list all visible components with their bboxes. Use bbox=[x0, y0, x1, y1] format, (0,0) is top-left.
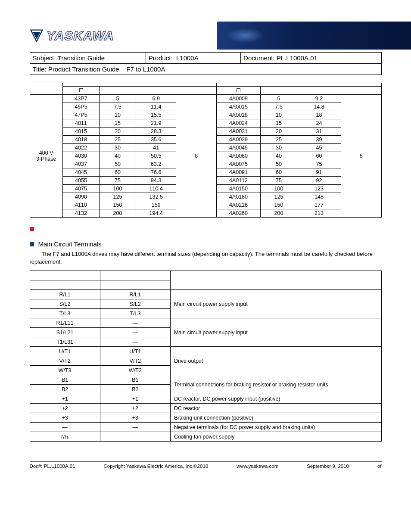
table-cell: 200 bbox=[100, 209, 136, 218]
terminal-desc: Drive output bbox=[170, 347, 381, 375]
section-para-text: The F7 and L1000A drives may have differ… bbox=[30, 251, 373, 265]
table-cell: 4055 bbox=[63, 177, 100, 185]
terminals-table: R/L1R/L1Main circuit power supply inputS… bbox=[30, 271, 382, 442]
table-cell: 4030 bbox=[63, 152, 100, 160]
table-cell: 4A0031 bbox=[216, 128, 260, 136]
table-cell: 15 bbox=[260, 119, 297, 128]
ratings-table: 400 V3-Phase43P756.984A000959.2845P57.51… bbox=[30, 83, 382, 218]
table-cell: 150 bbox=[100, 201, 136, 209]
table-cell: 4A0018 bbox=[216, 111, 260, 119]
terminal-f7: T1/L31 bbox=[30, 337, 100, 347]
table-cell: 60 bbox=[297, 152, 341, 160]
table-cell: 76.6 bbox=[136, 168, 176, 177]
table-cell: 31 bbox=[297, 128, 341, 136]
voltage-class-cell: 400 V3-Phase bbox=[30, 95, 63, 218]
table-cell: 43P7 bbox=[63, 95, 100, 103]
terminal-desc: Main circuit power supply input bbox=[170, 318, 381, 347]
terminal-f7: r/ℓ₁ bbox=[30, 432, 100, 442]
terminal-f7: S1/L21 bbox=[30, 328, 100, 337]
table-cell: 4011 bbox=[63, 119, 100, 128]
table-cell: 60 bbox=[260, 168, 297, 177]
terminal-l1000a: T/L3 bbox=[100, 309, 170, 318]
terminal-f7: R1/L11 bbox=[30, 318, 100, 328]
table-cell: 177 bbox=[297, 201, 341, 209]
table-cell: 21.9 bbox=[136, 119, 176, 128]
table-cell: 200 bbox=[260, 209, 297, 218]
table-cell: 4A0024 bbox=[216, 119, 260, 128]
table-cell: 7.5 bbox=[100, 103, 136, 111]
table-cell: 91 bbox=[297, 168, 341, 177]
terminal-desc: Cooling fan power supply bbox=[170, 432, 381, 442]
ol-cell: 8 bbox=[176, 95, 216, 218]
terminal-f7: B2 bbox=[30, 385, 100, 394]
table-cell: 4018 bbox=[63, 136, 100, 144]
table-cell: 50 bbox=[260, 160, 297, 168]
table-cell: 7.5 bbox=[260, 103, 297, 111]
table-cell: 24 bbox=[297, 119, 341, 128]
footer: Doc#: PL.L1000A.01 Copyright Yaskawa Ele… bbox=[30, 461, 382, 469]
table-cell: 4A0150 bbox=[216, 185, 260, 193]
table-cell: 4075 bbox=[63, 185, 100, 193]
table-cell: 159 bbox=[136, 201, 176, 209]
section-heading: Main Circuit Terminals bbox=[30, 240, 382, 248]
table-cell: 94.3 bbox=[136, 177, 176, 185]
banner: YASKAWA bbox=[0, 22, 411, 50]
table-cell: 4A0009 bbox=[216, 95, 260, 103]
terminal-f7: — bbox=[30, 423, 100, 432]
product-value: L1000A bbox=[176, 54, 199, 62]
table-cell: 4110 bbox=[63, 201, 100, 209]
table-cell: 45 bbox=[297, 144, 341, 152]
terminal-f7: W/T3 bbox=[30, 366, 100, 375]
table-cell: 35.6 bbox=[136, 136, 176, 144]
table-cell: 5 bbox=[100, 95, 136, 103]
yaskawa-logo: YASKAWA bbox=[30, 28, 114, 43]
terminal-f7: R/L1 bbox=[30, 290, 100, 299]
section-paragraph: The F7 and L1000A drives may have differ… bbox=[30, 250, 382, 265]
subject-label: Subject: bbox=[33, 54, 56, 62]
table-cell: 50.5 bbox=[136, 152, 176, 160]
footer-url: www.yaskawa.com bbox=[237, 464, 278, 469]
table-cell: 4A0015 bbox=[216, 103, 260, 111]
table-cell: 125 bbox=[100, 193, 136, 201]
header-info-table: Subject: Transition Guide Product: L1000… bbox=[30, 52, 382, 75]
terminal-l1000a: V/T2 bbox=[100, 356, 170, 366]
terminal-desc: DC reactor bbox=[170, 404, 381, 413]
table-cell: 125 bbox=[260, 193, 297, 201]
terminal-l1000a: B2 bbox=[100, 385, 170, 394]
table-cell: 148 bbox=[297, 193, 341, 201]
table-cell: 60 bbox=[100, 168, 136, 177]
ol-cell: 8 bbox=[341, 95, 381, 218]
table-cell: 47P5 bbox=[63, 111, 100, 119]
terminal-l1000a: B1 bbox=[100, 375, 170, 385]
table-cell: 132.5 bbox=[136, 193, 176, 201]
table-cell: 4090 bbox=[63, 193, 100, 201]
table-cell: 10 bbox=[100, 111, 136, 119]
table-cell: 63.2 bbox=[136, 160, 176, 168]
section-heading-text: Main Circuit Terminals bbox=[38, 240, 102, 248]
placeholder-icon bbox=[237, 88, 240, 92]
terminal-l1000a: +3 bbox=[100, 413, 170, 423]
terminal-f7: +1 bbox=[30, 394, 100, 404]
table-cell: 194.4 bbox=[136, 209, 176, 218]
table-cell: 100 bbox=[260, 185, 297, 193]
terminal-f7: V/T2 bbox=[30, 356, 100, 366]
logo-text: YASKAWA bbox=[47, 28, 114, 43]
table-cell: 41 bbox=[136, 144, 176, 152]
terminal-f7: B1 bbox=[30, 375, 100, 385]
terminal-l1000a: R/L1 bbox=[100, 290, 170, 299]
terminal-l1000a: U/T1 bbox=[100, 347, 170, 356]
terminal-f7: +3 bbox=[30, 413, 100, 423]
product-label: Product: bbox=[149, 54, 173, 62]
yaskawa-logo-icon bbox=[30, 29, 43, 42]
table-cell: 4022 bbox=[63, 144, 100, 152]
table-cell: 4A0216 bbox=[216, 201, 260, 209]
table-cell: 4132 bbox=[63, 209, 100, 218]
table-cell: 39 bbox=[297, 136, 341, 144]
table-cell: 4037 bbox=[63, 160, 100, 168]
terminal-l1000a: S/L2 bbox=[100, 299, 170, 309]
terminal-l1000a: W/T3 bbox=[100, 366, 170, 375]
table-cell: 92 bbox=[297, 177, 341, 185]
table-cell: 15.5 bbox=[136, 111, 176, 119]
table-cell: 75 bbox=[100, 177, 136, 185]
banner-gradient bbox=[217, 22, 411, 50]
